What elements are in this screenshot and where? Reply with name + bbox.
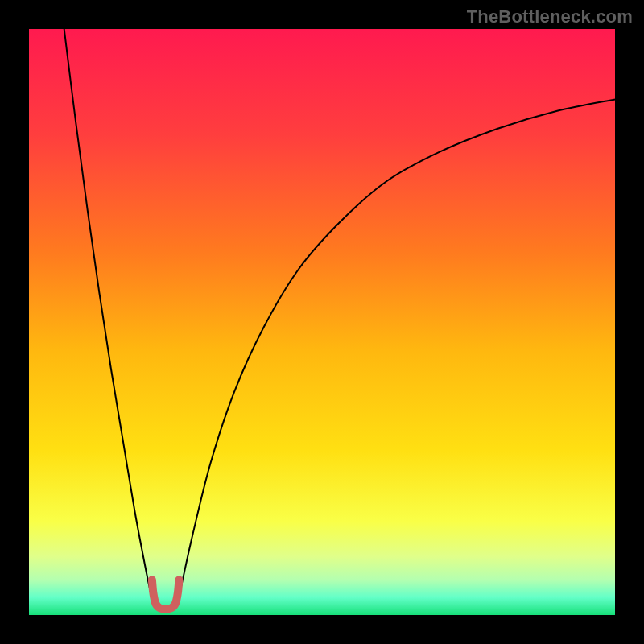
- chart-frame: [29, 29, 615, 615]
- watermark-text: TheBottleneck.com: [467, 6, 633, 27]
- bottleneck-chart: [29, 29, 615, 615]
- gradient-background: [29, 29, 615, 615]
